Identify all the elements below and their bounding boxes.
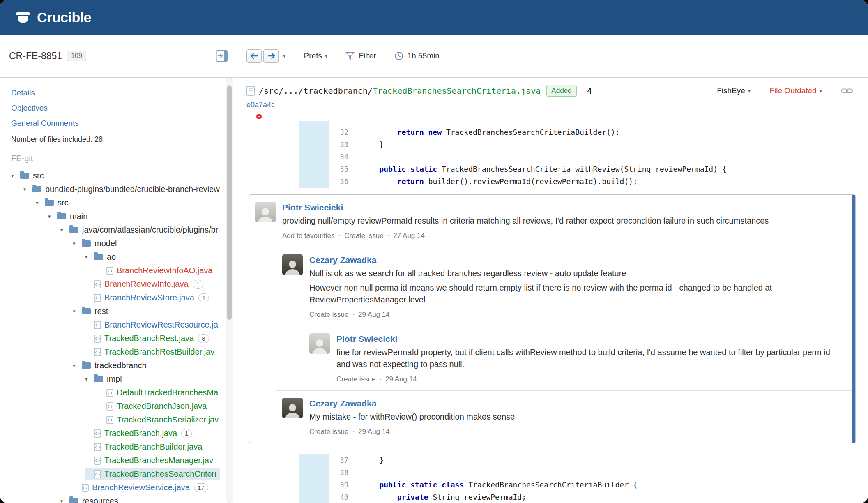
file-name: TrackedBranchesSearchCriteria.java [373,86,541,96]
tree-file-item[interactable]: TrackedBranchesManager.jav [11,454,238,467]
comment-date: 29 Aug 14 [358,311,390,318]
time-spent-label: 1h 55min [408,51,440,60]
crucible-logo-icon[interactable] [15,9,31,25]
tree-item-label: BranchReviewInfo.java [104,279,189,289]
expand-collapse-icon[interactable]: ▾ [73,240,82,247]
line-number[interactable]: 36 [329,175,352,188]
comment-gutter[interactable] [238,466,299,479]
permalink-icon[interactable] [841,87,853,95]
prefs-dropdown[interactable]: Prefs ▾ [304,51,328,60]
tree-folder-item[interactable]: ▾rest [11,305,238,318]
tree-file-item[interactable]: BranchReviewInfo.java1 [11,277,238,291]
comment-gutter[interactable] [238,138,299,151]
expand-collapse-icon[interactable]: ▾ [11,173,20,179]
tree-folder-item[interactable]: ▾src [11,169,238,182]
file-path-prefix: /src/.../trackedbranch/ [259,86,373,96]
tree-folder-item[interactable]: ▾impl [11,372,238,386]
tree-item-label: ao [107,252,116,262]
file-status-badge: Added [546,85,576,97]
expand-collapse-icon[interactable]: ▾ [85,254,94,260]
expand-collapse-icon[interactable]: ▾ [73,362,82,369]
code-text: private String reviewPermaId; [361,491,526,503]
brand-name[interactable]: Crucible [37,9,91,25]
comment-action-link[interactable]: Create issue [336,375,375,383]
tree-file-item[interactable]: BranchReviewRestResource.ja [11,318,238,332]
expand-collapse-icon[interactable]: ▾ [36,200,45,206]
tree-folder-item[interactable]: ▾ao [11,250,238,264]
expand-collapse-icon[interactable]: ▾ [48,213,57,219]
filter-button[interactable]: Filter [345,51,376,60]
comment-author-link[interactable]: Cezary Zawadka [309,255,839,265]
chevron-down-icon: ▾ [748,88,751,94]
line-number[interactable]: 39 [329,479,352,491]
line-number[interactable] [329,121,352,126]
tree-folder-item[interactable]: ▾bundled-plugins/bundled/crucible-branch… [11,182,238,196]
tree-file-item[interactable]: TrackedBranchJson.java [11,399,238,413]
file-path: /src/.../trackedbranch/TrackedBranchesSe… [259,86,541,96]
expand-collapse-icon[interactable]: ▾ [85,376,94,382]
comment-author-link[interactable]: Cezary Zawadka [309,399,515,408]
line-number[interactable]: 32 [329,126,352,138]
comment-gutter[interactable] [238,454,299,466]
next-file-button[interactable] [263,49,279,63]
tree-file-item[interactable]: TrackedBranch.java1 [11,427,238,440]
tree-file-item[interactable]: BranchReviewStore.java1 [11,291,238,305]
sidebar-link-details[interactable]: Details [11,88,238,97]
tree-file-item[interactable]: TrackedBranchRest.java8 [11,332,238,345]
tree-folder-item[interactable]: ▾model [11,237,238,250]
prev-file-button[interactable] [246,49,262,63]
tree-folder-item[interactable]: ▾trackedbranch [11,359,238,372]
tree-folder-item[interactable]: ▾src [11,196,238,210]
sidebar-link-general-comments[interactable]: General Comments [11,119,238,128]
tree-file-item[interactable]: TrackedBranchesSearchCriteri [11,467,238,481]
comment-gutter[interactable] [238,151,299,163]
comment-gutter[interactable] [238,126,299,138]
tree-file-item[interactable]: TrackedBranchSerializer.jav [11,413,238,427]
expand-collapse-icon[interactable]: ▾ [73,308,82,314]
tree-folder-item[interactable]: ▾resources [11,494,238,503]
tree-file-item[interactable]: DefaultTrackedBranchesMa [11,386,238,399]
expand-collapse-icon[interactable]: ▾ [23,186,32,192]
file-comment-count: 4 [587,86,592,96]
expand-collapse-icon[interactable]: ▾ [60,498,69,503]
tree-folder-item[interactable]: ▾main [11,210,238,223]
collapse-panel-icon[interactable] [216,50,228,62]
tree-item-label: bundled-plugins/bundled/crucible-branch-… [45,185,220,194]
sidebar-link-objectives[interactable]: Objectives [11,104,238,113]
fisheye-dropdown[interactable]: FishEye ▾ [717,86,751,95]
file-nav-dropdown-icon[interactable]: ▾ [283,53,286,59]
comment-gutter[interactable] [238,175,299,188]
tree-item-label: TrackedBranchBuilder.java [104,442,202,452]
comment-action-link[interactable]: Create issue [309,311,348,318]
comment-author-link[interactable]: Piotr Swiecicki [282,203,769,212]
tree-item-label: BranchReviewInfoAO.java [117,266,212,275]
line-number[interactable]: 34 [329,151,352,163]
comment-gutter[interactable] [238,121,299,126]
comment-author-link[interactable]: Piotr Swiecicki [336,334,839,344]
tree-folder-item[interactable]: ▾java/com/atlassian/crucible/plugins/br [11,223,238,237]
expand-collapse-icon[interactable]: ▾ [60,227,69,233]
line-number[interactable]: 33 [329,138,352,151]
comment-action-link[interactable]: Create issue [309,428,348,436]
comment-action-link[interactable]: Create issue [344,232,383,240]
file-outdated-dropdown[interactable]: File Outdated ▾ [769,86,822,95]
scrollbar-thumb[interactable] [227,85,232,320]
line-number[interactable]: 37 [329,454,352,466]
file-icon [106,389,113,397]
tree-file-item[interactable]: TrackedBranchRestBuilder.jav [11,345,238,359]
tree-item-label: TrackedBranchesManager.jav [104,456,213,465]
comment-gutter[interactable] [238,479,299,491]
comment-gutter[interactable] [238,163,299,175]
line-number[interactable]: 35 [329,163,352,175]
commit-hash-link[interactable]: e0a7a4c [246,101,275,109]
comment: Cezary ZawadkaMy mistake - for withRevie… [276,390,855,443]
sidebar-scrollbar[interactable] [226,78,233,503]
line-number[interactable]: 40 [329,491,352,503]
comment-gutter[interactable] [238,491,299,503]
tree-file-item[interactable]: TrackedBranchBuilder.java [11,440,238,454]
time-spent-button[interactable]: 1h 55min [394,51,440,60]
line-number[interactable]: 38 [329,466,352,479]
tree-file-item[interactable]: BranchReviewService.java17 [11,481,238,494]
comment-action-link[interactable]: Add to favourites [282,232,335,240]
tree-file-item[interactable]: BranchReviewInfoAO.java [11,264,238,277]
